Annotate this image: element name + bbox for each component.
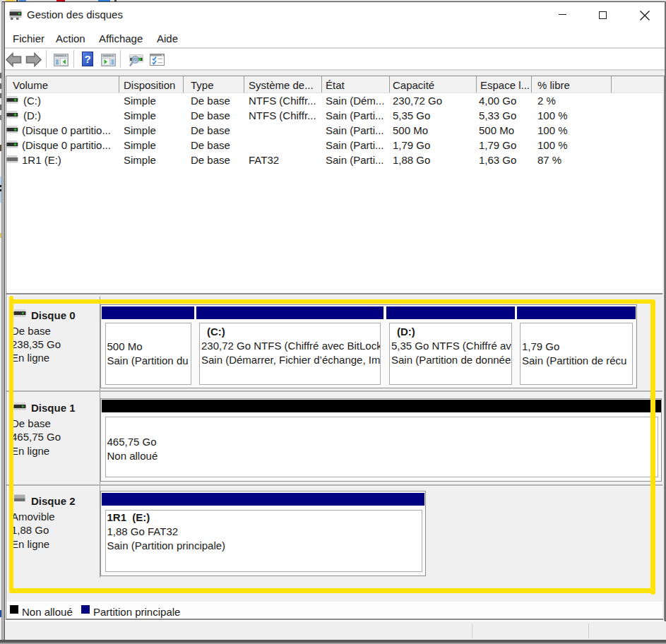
- svg-text:?: ?: [84, 53, 90, 65]
